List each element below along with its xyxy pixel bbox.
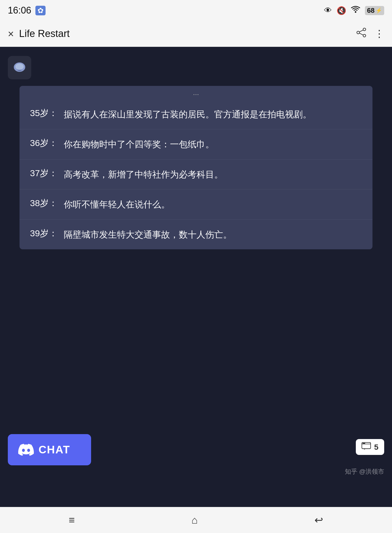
event-age-36: 36岁： [30, 137, 64, 151]
event-text-36: 你在购物时中了个四等奖：一包纸巾。 [64, 137, 362, 151]
eye-icon: 👁 [324, 6, 332, 15]
event-row-38: 38岁： 你听不懂年轻人在说什么。 [20, 189, 372, 219]
watermark: 知乎 @洪领市 [345, 467, 384, 476]
message-badge[interactable]: 5 [356, 439, 384, 455]
app-logo [8, 56, 31, 79]
wifi-icon [351, 6, 360, 15]
chat-button[interactable]: CHAT [8, 434, 91, 465]
game-card: ... 35岁： 据说有人在深山里发现了古装的居民。官方通报是在拍电视剧。 36… [20, 86, 372, 249]
home-nav-icon[interactable]: ⌂ [192, 514, 198, 526]
discord-icon [18, 442, 34, 458]
menu-nav-icon[interactable]: ≡ [69, 514, 75, 526]
event-text-39: 隔壁城市发生特大交通事故，数十人伤亡。 [64, 227, 362, 242]
event-age-38: 38岁： [30, 197, 64, 211]
svg-line-4 [359, 30, 363, 32]
event-age-35: 35岁： [30, 107, 64, 121]
event-row-35: 35岁： 据说有人在深山里发现了古装的居民。官方通报是在拍电视剧。 [20, 99, 372, 129]
app-logo-area [0, 52, 392, 83]
event-text-37: 高考改革，新增了中特社作为必考科目。 [64, 167, 362, 181]
svg-point-1 [363, 28, 366, 31]
event-age-37: 37岁： [30, 167, 64, 181]
share-button[interactable] [356, 27, 366, 40]
bottom-nav: ≡ ⌂ ↩ [0, 507, 392, 533]
svg-rect-10 [363, 443, 365, 444]
event-row-36: 36岁： 你在购物时中了个四等奖：一包纸巾。 [20, 129, 372, 159]
message-count: 5 [374, 443, 378, 452]
app-title: Life Restart [19, 28, 69, 39]
card-top-indicator: ... [20, 86, 372, 99]
more-button[interactable]: ⋮ [374, 28, 384, 40]
battery-icon: 68 ⚡ [365, 6, 384, 15]
status-bar: 16:06 ✿ 👁 🔇 68 ⚡ [0, 0, 392, 21]
event-row-39: 39岁： 隔壁城市发生特大交通事故，数十人伤亡。 [20, 220, 372, 249]
back-nav-icon[interactable]: ↩ [314, 514, 323, 526]
svg-line-5 [359, 33, 363, 35]
app-badge-icon: ✿ [35, 6, 46, 15]
svg-point-2 [357, 31, 359, 34]
close-button[interactable]: × [8, 29, 14, 39]
mute-icon: 🔇 [337, 6, 346, 15]
svg-point-0 [355, 11, 356, 13]
status-time: 16:06 [8, 5, 31, 16]
main-content: ... 35岁： 据说有人在深山里发现了古装的居民。官方通报是在拍电视剧。 36… [0, 47, 392, 507]
event-text-38: 你听不懂年轻人在说什么。 [64, 197, 362, 211]
event-age-39: 39岁： [30, 227, 64, 242]
chat-label: CHAT [39, 443, 70, 456]
title-bar: × Life Restart ⋮ [0, 21, 392, 47]
svg-point-3 [363, 34, 366, 37]
event-text-35: 据说有人在深山里发现了古装的居民。官方通报是在拍电视剧。 [64, 107, 362, 121]
status-icons: 👁 🔇 68 ⚡ [324, 6, 384, 15]
event-row-37: 37岁： 高考改革，新增了中特社作为必考科目。 [20, 160, 372, 189]
svg-point-7 [15, 64, 24, 70]
message-badge-icon [362, 442, 371, 452]
